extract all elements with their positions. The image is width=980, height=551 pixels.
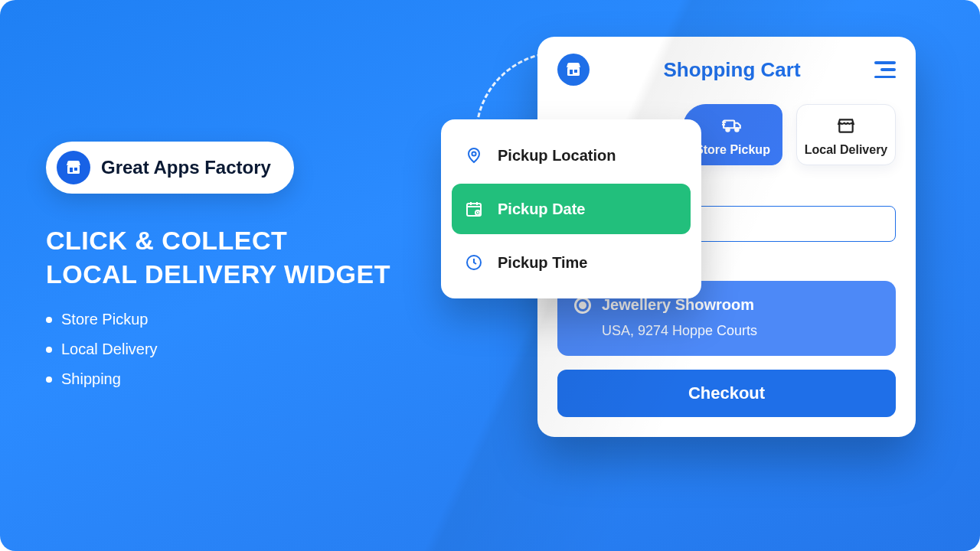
pickup-location-option[interactable]: Pickup Location [452, 130, 691, 181]
svg-point-11 [726, 128, 729, 131]
pickup-date-option[interactable]: Pickup Date [452, 184, 691, 234]
svg-rect-2 [74, 168, 77, 171]
headline-line1: CLICK & COLLECT [46, 224, 390, 258]
clock-icon [464, 253, 484, 272]
cart-logo [557, 54, 590, 86]
storefront-icon [564, 60, 583, 79]
location-pin-icon [464, 145, 484, 165]
feature-item: Local Delivery [46, 341, 390, 358]
menu-icon[interactable] [874, 61, 896, 78]
brand-logo [57, 151, 90, 184]
svg-rect-1 [70, 168, 73, 172]
storefront-outline-icon [834, 116, 858, 135]
method-local-delivery[interactable]: Local Delivery [796, 104, 896, 165]
radio-selected-icon [574, 297, 591, 314]
feature-item: Shipping [46, 370, 390, 388]
method-label: Local Delivery [803, 143, 889, 157]
marketing-panel: Great Apps Factory CLICK & COLLECT LOCAL… [46, 142, 390, 400]
brand-pill: Great Apps Factory [46, 142, 294, 194]
svg-rect-9 [574, 70, 577, 73]
headline: CLICK & COLLECT LOCAL DELIVERY WIDGET [46, 224, 390, 291]
store-address: USA, 9274 Hoppe Courts [574, 323, 879, 339]
svg-rect-8 [570, 70, 573, 74]
svg-rect-7 [567, 67, 580, 76]
cart-title: Shopping Cart [663, 58, 800, 82]
checkout-button[interactable]: Checkout [557, 370, 896, 417]
truck-icon [720, 116, 746, 135]
brand-name: Great Apps Factory [101, 157, 271, 178]
feature-item: Store Pickup [46, 311, 390, 328]
store-name: Jewellery Showroom [602, 296, 754, 314]
pickup-time-option[interactable]: Pickup Time [452, 237, 691, 288]
svg-point-12 [735, 128, 738, 131]
option-label: Pickup Location [498, 147, 616, 165]
storefront-icon [64, 158, 83, 177]
headline-line2: LOCAL DELIVERY WIDGET [46, 258, 390, 292]
option-label: Pickup Time [498, 254, 587, 272]
calendar-icon [464, 199, 484, 219]
option-label: Pickup Date [498, 201, 585, 218]
svg-point-3 [472, 152, 475, 155]
method-label: Store Pickup [690, 143, 776, 157]
pickup-options-popover: Pickup Location Pickup Date Pickup Time [441, 119, 701, 298]
feature-list: Store Pickup Local Delivery Shipping [46, 311, 390, 388]
svg-rect-0 [67, 165, 80, 174]
